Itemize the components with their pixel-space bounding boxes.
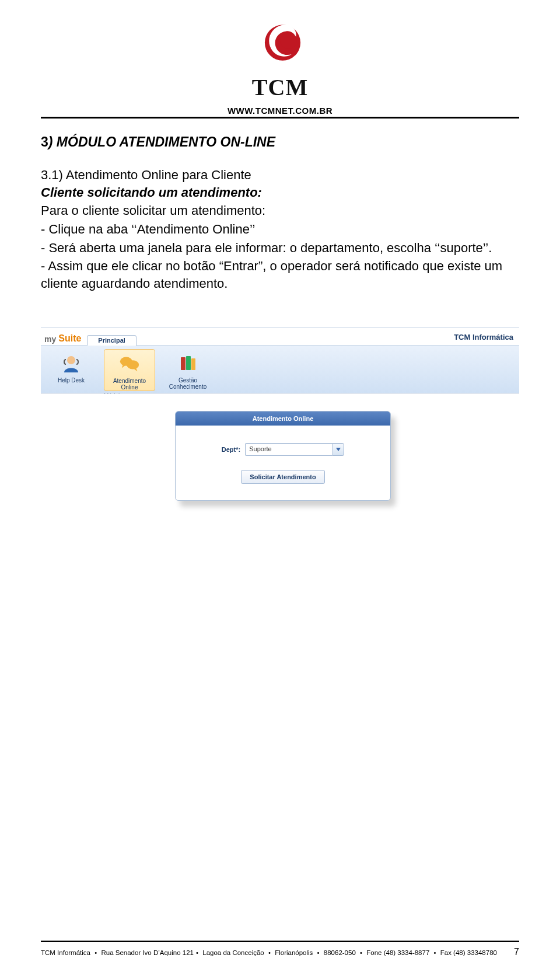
app-right-brand: TCM Informática [454, 333, 513, 345]
app-topbar: mySuite Principal TCM Informática [41, 328, 519, 346]
ribbon-atendimento-label: Atendimento Online [104, 378, 155, 391]
footer-phone: Fone (48) 3334-8877 [366, 949, 429, 956]
tab-principal[interactable]: Principal [87, 335, 136, 346]
dept-select-value: Suporte [245, 443, 332, 456]
dept-label: Dept*: [222, 446, 240, 453]
ribbon-gestao-label: Gestão Conhecimento [162, 377, 214, 390]
bullet-1: - Clique na aba ‘‘Atendimento Online’’ [41, 221, 519, 238]
section-title-rest: ) MÓDULO ATENDIMENTO ON-LINE [48, 134, 275, 149]
page-number: 7 [514, 947, 519, 957]
solicitar-atendimento-button[interactable]: Solicitar Atendimento [241, 470, 324, 484]
brand-suite: Suite [58, 333, 81, 344]
chevron-down-icon[interactable] [332, 443, 344, 456]
bullet-2: - Será aberta uma janela para ele inform… [41, 239, 519, 257]
app-screenshot: mySuite Principal TCM Informática [41, 327, 519, 545]
app-canvas: Atendimento Online Dept*: Suporte Solici… [41, 393, 519, 545]
svg-rect-7 [191, 358, 195, 370]
footer-divider [41, 940, 519, 942]
section-title: 3) MÓDULO ATENDIMENTO ON-LINE [41, 134, 519, 150]
tcm-swirl-icon [254, 18, 306, 70]
section-num: 3 [41, 134, 48, 149]
footer-fax: Fax (48) 33348780 [440, 949, 497, 956]
svg-rect-6 [186, 356, 191, 370]
ribbon-helpdesk-label: Help Desk [46, 377, 97, 384]
app-brand: mySuite [44, 333, 81, 345]
ribbon-gestao-conhecimento[interactable]: Gestão Conhecimento [162, 349, 214, 390]
ribbon-helpdesk[interactable]: Help Desk [46, 349, 97, 384]
logo-text: TCM [41, 74, 519, 101]
svg-rect-5 [181, 357, 186, 370]
svg-point-2 [67, 356, 75, 364]
footer-city: Florianópolis [275, 949, 313, 956]
ribbon-atendimento-online[interactable]: Atendimento Online [104, 349, 155, 391]
panel-title: Atendimento Online [176, 412, 390, 426]
app-ribbon: Help Desk Atendimento Online [41, 346, 519, 393]
books-icon [176, 351, 200, 375]
brand-my: my [44, 334, 56, 344]
header-divider [41, 117, 519, 119]
chat-bubbles-icon [118, 352, 141, 375]
footer: TCM Informática • Rua Senador Ivo D’Aqui… [41, 947, 519, 957]
atendimento-panel: Atendimento Online Dept*: Suporte Solici… [175, 411, 391, 501]
header-url: WWW.TCMNET.COM.BR [41, 106, 519, 116]
svg-point-1 [280, 32, 297, 49]
footer-addr1: Rua Senador Ivo D’Aquino 121 [101, 949, 194, 956]
subsection-italic: Cliente solicitando um atendimento: [41, 185, 262, 200]
para-intro: Para o cliente solicitar um atendimento: [41, 202, 519, 219]
subsection-lead: 3.1) Atendimento Online para Cliente [41, 168, 251, 182]
footer-addr2: Lagoa da Conceição [202, 949, 264, 956]
footer-company: TCM Informática [41, 949, 90, 956]
header-logo-block: TCM [41, 18, 519, 101]
svg-point-4 [127, 360, 139, 369]
helpdesk-icon [60, 351, 83, 375]
bullet-3: - Assim que ele clicar no botão “Entrar”… [41, 257, 519, 292]
dept-select[interactable]: Suporte [245, 443, 344, 456]
footer-zip: 88062-050 [324, 949, 356, 956]
